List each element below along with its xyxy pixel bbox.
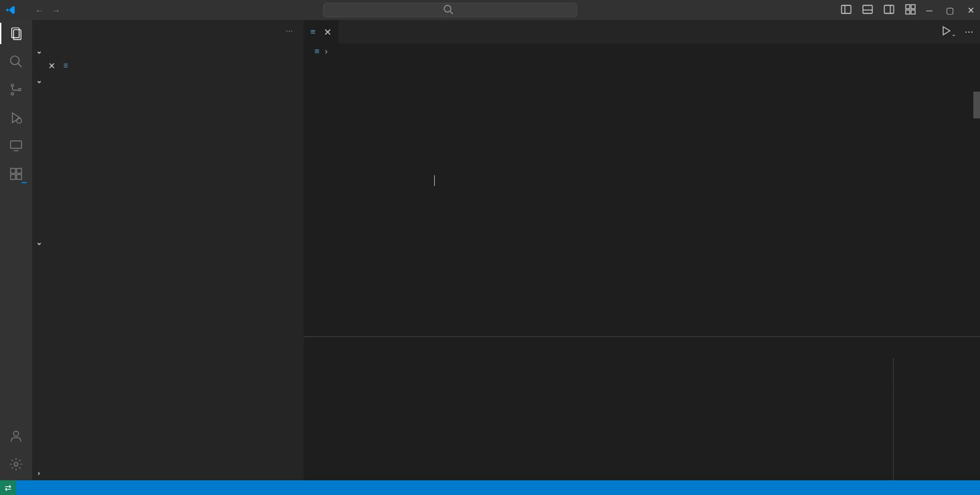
tab-cli-cbl[interactable]: ≡ ✕ bbox=[304, 20, 339, 43]
svg-rect-4 bbox=[863, 5, 872, 13]
sidebar-title: ⋯ bbox=[32, 20, 304, 43]
chevron-down-icon: ⌄ bbox=[35, 238, 43, 247]
vscode-logo-icon bbox=[5, 5, 16, 15]
editor-actions: ⌄ ⋯ bbox=[941, 20, 980, 43]
nav-back-icon[interactable]: ← bbox=[35, 5, 43, 15]
file-icon: ≡ bbox=[314, 46, 320, 56]
toggle-secondary-sidebar-icon[interactable] bbox=[884, 4, 894, 17]
activitybar bbox=[0, 20, 32, 480]
nav-arrows: ← → bbox=[35, 5, 60, 15]
chevron-right-icon: › bbox=[325, 46, 328, 56]
svg-point-19 bbox=[17, 118, 21, 123]
remote-indicator[interactable]: ⇄ bbox=[0, 480, 16, 495]
close-tab-icon[interactable]: ✕ bbox=[324, 27, 332, 37]
svg-rect-11 bbox=[911, 10, 915, 14]
toggle-primary-sidebar-icon[interactable] bbox=[841, 4, 852, 17]
breadcrumbs[interactable]: ≡ › bbox=[304, 43, 980, 58]
svg-point-16 bbox=[11, 84, 14, 87]
remote-icon: ⇄ bbox=[5, 483, 11, 492]
file-icon: ≡ bbox=[310, 27, 316, 37]
close-icon[interactable]: ✕ bbox=[967, 5, 975, 15]
maximize-icon[interactable]: ▢ bbox=[946, 5, 954, 15]
run-file-icon[interactable]: ⌄ bbox=[941, 25, 957, 38]
panel-tabs bbox=[304, 337, 980, 359]
file-icon: ≡ bbox=[60, 61, 71, 70]
remote-explorer-icon[interactable] bbox=[8, 138, 24, 154]
terminal-output[interactable] bbox=[304, 359, 893, 480]
extensions-icon[interactable] bbox=[8, 166, 24, 182]
editor-area: ≡ ✕ ⌄ ⋯ ≡ › bbox=[304, 20, 980, 480]
svg-line-1 bbox=[450, 11, 453, 14]
open-editors-header[interactable]: ⌄ bbox=[32, 43, 304, 58]
svg-rect-25 bbox=[17, 175, 21, 179]
titlebar: ← → ─ ▢ ✕ bbox=[0, 0, 980, 20]
command-center bbox=[60, 3, 841, 17]
close-editor-icon[interactable]: ✕ bbox=[48, 61, 58, 71]
command-center-input[interactable] bbox=[323, 3, 577, 17]
layout-controls bbox=[841, 4, 916, 17]
svg-rect-20 bbox=[11, 141, 22, 148]
code-editor[interactable] bbox=[344, 58, 913, 336]
accounts-icon[interactable] bbox=[8, 428, 24, 444]
panel bbox=[304, 336, 980, 480]
svg-line-15 bbox=[18, 64, 22, 68]
svg-rect-24 bbox=[11, 175, 15, 179]
line-numbers bbox=[304, 58, 344, 336]
svg-rect-6 bbox=[884, 5, 894, 13]
source-control-icon[interactable] bbox=[8, 82, 24, 98]
minimize-icon[interactable]: ─ bbox=[926, 5, 933, 15]
svg-rect-23 bbox=[17, 169, 21, 173]
toggle-panel-icon[interactable] bbox=[862, 4, 873, 17]
svg-point-0 bbox=[444, 5, 451, 12]
svg-point-18 bbox=[19, 88, 21, 91]
explorer-icon[interactable] bbox=[8, 25, 24, 41]
sidebar-more-icon[interactable]: ⋯ bbox=[286, 27, 293, 36]
scrollbar-thumb[interactable] bbox=[973, 92, 980, 118]
settings-gear-icon[interactable] bbox=[8, 456, 24, 472]
search-icon[interactable] bbox=[8, 54, 24, 70]
terminal-list bbox=[893, 359, 980, 480]
open-editor-item[interactable]: ✕ ≡ bbox=[32, 58, 304, 73]
extensions-badge bbox=[21, 182, 27, 183]
svg-rect-2 bbox=[842, 5, 851, 13]
nav-forward-icon[interactable]: → bbox=[52, 5, 60, 15]
chevron-down-icon: ⌄ bbox=[35, 47, 43, 56]
svg-rect-8 bbox=[906, 5, 910, 9]
svg-rect-9 bbox=[911, 5, 915, 9]
svg-rect-10 bbox=[906, 10, 910, 14]
svg-point-26 bbox=[13, 431, 18, 436]
timeline-header[interactable]: › bbox=[32, 466, 304, 480]
folder-header[interactable]: ⌄ bbox=[32, 73, 304, 88]
chevron-down-icon: ⌄ bbox=[35, 76, 43, 85]
customize-layout-icon[interactable] bbox=[905, 4, 916, 17]
svg-point-17 bbox=[11, 93, 14, 96]
sidebar: ⋯ ⌄ ✕ ≡ ⌄ ⌄ › bbox=[32, 20, 304, 480]
window-controls: ─ ▢ ✕ bbox=[926, 5, 975, 15]
svg-point-14 bbox=[11, 56, 19, 65]
statusbar: ⇄ bbox=[0, 480, 980, 495]
run-debug-icon[interactable] bbox=[8, 110, 24, 126]
chevron-right-icon: › bbox=[35, 469, 43, 477]
search-icon bbox=[443, 4, 454, 17]
outline-header[interactable]: ⌄ bbox=[32, 235, 304, 250]
editor-more-icon[interactable]: ⋯ bbox=[965, 27, 973, 37]
svg-point-27 bbox=[14, 462, 18, 466]
editor-tabs: ≡ ✕ ⌄ ⋯ bbox=[304, 20, 980, 43]
svg-rect-22 bbox=[11, 169, 15, 173]
minimap[interactable] bbox=[913, 58, 980, 336]
